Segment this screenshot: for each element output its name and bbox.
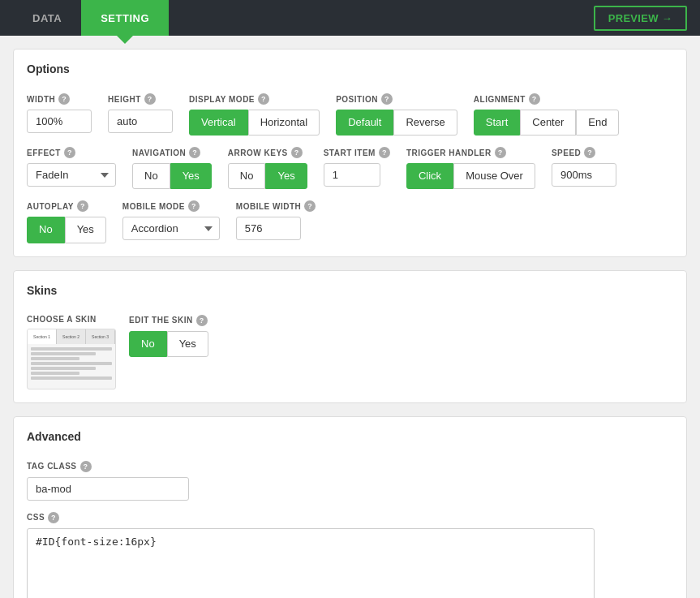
- edit-skin-toggle: No Yes: [129, 331, 208, 357]
- effect-select[interactable]: FadeIn SlideIn None: [27, 163, 116, 187]
- start-item-help-icon[interactable]: ?: [379, 147, 390, 158]
- skins-panel: Skins CHOOSE A SKIN Section 1 Section 2 …: [13, 270, 687, 403]
- start-item-input[interactable]: [324, 163, 380, 187]
- autoplay-no-btn[interactable]: No: [27, 217, 65, 243]
- options-row-1: WIDTH ? HEIGHT ? DISPLAY MODE ? Vertic: [27, 93, 673, 136]
- nav-tab-setting[interactable]: SETTING: [81, 0, 169, 36]
- tag-class-label: TAG CLASS ?: [27, 461, 673, 472]
- mobile-mode-select[interactable]: Accordion Tabs None: [122, 217, 220, 240]
- skin-section: CHOOSE A SKIN Section 1 Section 2 Sectio…: [27, 315, 673, 389]
- trigger-click-btn[interactable]: Click: [406, 163, 453, 189]
- display-mode-horizontal-btn[interactable]: Horizontal: [248, 110, 320, 136]
- choose-skin-label: CHOOSE A SKIN: [27, 315, 116, 324]
- option-group-mobile-width: MOBILE WIDTH ?: [236, 200, 316, 243]
- autoplay-yes-btn[interactable]: Yes: [65, 217, 106, 243]
- height-help-icon[interactable]: ?: [144, 93, 156, 105]
- css-label: CSS ?: [27, 512, 673, 523]
- arrow-keys-label: ARROW KEYS ?: [228, 147, 307, 158]
- alignment-help-icon[interactable]: ?: [529, 93, 540, 105]
- advanced-title: Advanced: [27, 430, 673, 450]
- alignment-label: ALIGNMENT ?: [474, 93, 620, 105]
- skins-title: Skins: [27, 284, 673, 303]
- start-item-label: START ITEM ?: [324, 147, 390, 158]
- edit-skin-no-btn[interactable]: No: [129, 331, 167, 357]
- alignment-center-btn[interactable]: Center: [520, 110, 576, 136]
- navigation-no-btn[interactable]: No: [132, 163, 170, 189]
- speed-help-icon[interactable]: ?: [584, 147, 595, 158]
- height-input[interactable]: [108, 110, 173, 133]
- autoplay-help-icon[interactable]: ?: [77, 200, 88, 212]
- advanced-panel: Advanced TAG CLASS ? CSS ?: [13, 416, 687, 598]
- option-group-position: POSITION ? Default Reverse: [336, 93, 457, 136]
- option-group-height: HEIGHT ?: [108, 93, 173, 136]
- top-nav: DATA SETTING PREVIEW →: [0, 0, 700, 36]
- arrow-keys-no-btn[interactable]: No: [228, 163, 266, 189]
- position-toggle: Default Reverse: [336, 110, 457, 136]
- main-content: Options WIDTH ? HEIGHT ? DISPLAY MODE: [0, 36, 700, 598]
- css-textarea[interactable]: [27, 528, 595, 598]
- effect-help-icon[interactable]: ?: [64, 147, 75, 158]
- option-group-speed: SPEED ?: [552, 147, 616, 189]
- css-help-icon[interactable]: ?: [48, 512, 59, 523]
- mobile-width-label: MOBILE WIDTH ?: [236, 200, 316, 212]
- option-group-navigation: NAVIGATION ? No Yes: [132, 147, 212, 189]
- trigger-handler-help-icon[interactable]: ?: [495, 147, 506, 158]
- autoplay-toggle: No Yes: [27, 217, 106, 243]
- trigger-mouseover-btn[interactable]: Mouse Over: [453, 163, 535, 189]
- edit-skin-help-icon[interactable]: ?: [196, 315, 208, 326]
- options-row-3: AUTOPLAY ? No Yes MOBILE MODE ? Accordio…: [27, 200, 673, 243]
- edit-skin-yes-btn[interactable]: Yes: [167, 331, 208, 357]
- position-reverse-btn[interactable]: Reverse: [393, 110, 457, 136]
- options-title: Options: [27, 62, 673, 82]
- display-mode-vertical-btn[interactable]: Vertical: [189, 110, 248, 136]
- nav-tab-data[interactable]: DATA: [13, 0, 81, 36]
- alignment-start-btn[interactable]: Start: [474, 110, 520, 136]
- arrow-keys-help-icon[interactable]: ?: [291, 147, 303, 158]
- position-label: POSITION ?: [336, 93, 457, 105]
- edit-skin-label: EDIT THE SKIN ?: [129, 315, 208, 326]
- css-group: CSS ?: [27, 512, 673, 598]
- tag-class-help-icon[interactable]: ?: [80, 461, 92, 472]
- option-group-effect: EFFECT ? FadeIn SlideIn None: [27, 147, 116, 189]
- display-mode-help-icon[interactable]: ?: [258, 93, 269, 105]
- option-group-trigger-handler: TRIGGER HANDLER ? Click Mouse Over: [406, 147, 535, 189]
- alignment-toggle: Start Center End: [474, 110, 620, 136]
- tag-class-input[interactable]: [27, 477, 189, 501]
- speed-label: SPEED ?: [552, 147, 616, 158]
- mobile-mode-label: MOBILE MODE ?: [122, 200, 220, 212]
- mobile-width-input[interactable]: [236, 217, 301, 240]
- position-default-btn[interactable]: Default: [336, 110, 393, 136]
- height-label: HEIGHT ?: [108, 93, 173, 105]
- speed-input[interactable]: [552, 163, 616, 187]
- option-group-alignment: ALIGNMENT ? Start Center End: [474, 93, 620, 136]
- navigation-label: NAVIGATION ?: [132, 147, 212, 158]
- trigger-handler-toggle: Click Mouse Over: [406, 163, 535, 189]
- navigation-toggle: No Yes: [132, 163, 212, 189]
- mobile-width-help-icon[interactable]: ?: [304, 200, 316, 212]
- option-group-width: WIDTH ?: [27, 93, 92, 136]
- preview-button[interactable]: PREVIEW →: [594, 6, 687, 31]
- alignment-end-btn[interactable]: End: [576, 110, 619, 136]
- navigation-yes-btn[interactable]: Yes: [170, 163, 212, 189]
- arrow-keys-toggle: No Yes: [228, 163, 307, 189]
- effect-label: EFFECT ?: [27, 147, 116, 158]
- width-help-icon[interactable]: ?: [58, 93, 70, 105]
- position-help-icon[interactable]: ?: [381, 93, 393, 105]
- mobile-mode-help-icon[interactable]: ?: [188, 200, 200, 212]
- edit-skin-group: EDIT THE SKIN ? No Yes: [129, 315, 208, 357]
- css-textarea-wrapper: [27, 528, 673, 598]
- options-row-2: EFFECT ? FadeIn SlideIn None NAVIGATION …: [27, 147, 673, 189]
- option-group-autoplay: AUTOPLAY ? No Yes: [27, 200, 106, 243]
- option-group-start-item: START ITEM ?: [324, 147, 390, 189]
- tag-class-group: TAG CLASS ?: [27, 461, 673, 501]
- width-input[interactable]: [27, 110, 92, 133]
- arrow-keys-yes-btn[interactable]: Yes: [265, 163, 307, 189]
- skin-preview-thumbnail[interactable]: Section 1 Section 2 Section 3: [27, 329, 116, 389]
- width-label: WIDTH ?: [27, 93, 92, 105]
- nav-tabs: DATA SETTING: [13, 0, 169, 36]
- trigger-handler-label: TRIGGER HANDLER ?: [406, 147, 535, 158]
- autoplay-label: AUTOPLAY ?: [27, 200, 106, 212]
- choose-skin-group: CHOOSE A SKIN Section 1 Section 2 Sectio…: [27, 315, 116, 389]
- advanced-fields: TAG CLASS ? CSS ?: [27, 461, 673, 598]
- navigation-help-icon[interactable]: ?: [189, 147, 200, 158]
